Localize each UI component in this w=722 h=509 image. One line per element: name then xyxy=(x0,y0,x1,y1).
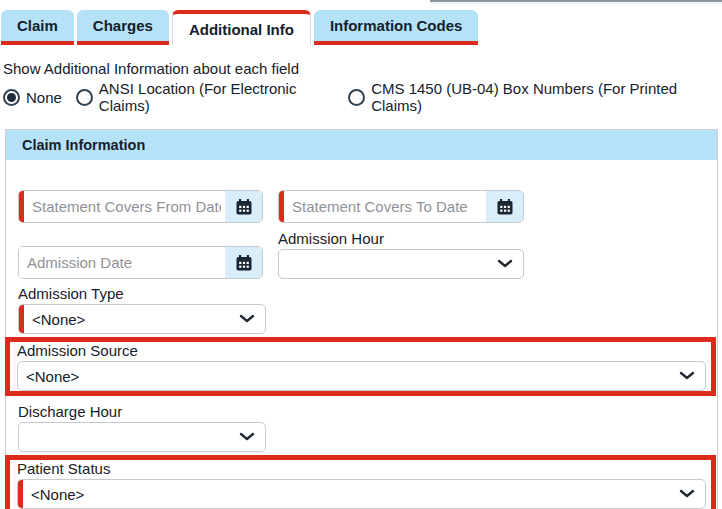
select-value: <None> xyxy=(18,368,679,385)
chevron-down-icon xyxy=(497,259,513,269)
radio-selected-icon[interactable] xyxy=(3,89,20,106)
radio-option-ansi-location[interactable]: ANSI Location (For Electronic Claims) xyxy=(76,80,334,114)
radio-option-label: CMS 1450 (UB-04) Box Numbers (For Printe… xyxy=(371,80,708,114)
radio-option-label: ANSI Location (For Electronic Claims) xyxy=(99,80,334,114)
header-edge-strip xyxy=(430,0,722,5)
statement-covers-from-date-input[interactable] xyxy=(24,191,225,222)
tab-additional-info[interactable]: Additional Info xyxy=(172,10,311,45)
admission-hour-label: Admission Hour xyxy=(278,230,524,247)
radio-group: None ANSI Location (For Electronic Claim… xyxy=(3,80,722,114)
admission-hour-select[interactable] xyxy=(278,249,524,279)
tab-information-codes[interactable]: Information Codes xyxy=(314,10,479,45)
chevron-down-icon xyxy=(239,314,255,324)
tab-bar: Claim Charges Additional Info Informatio… xyxy=(0,0,722,45)
admission-type-label: Admission Type xyxy=(18,285,266,302)
radio-option-label: None xyxy=(26,89,62,106)
patient-status-label: Patient Status xyxy=(17,460,711,477)
calendar-icon[interactable] xyxy=(486,191,523,222)
tab-claim[interactable]: Claim xyxy=(1,10,74,45)
select-value: <None> xyxy=(23,486,679,503)
chevron-down-icon xyxy=(679,371,695,381)
statement-covers-to-date-field xyxy=(278,190,524,223)
admission-date-field xyxy=(18,246,263,279)
panel-header: Claim Information xyxy=(6,130,717,160)
admission-type-select[interactable]: <None> xyxy=(18,304,266,334)
tab-charges[interactable]: Charges xyxy=(77,10,169,45)
panel-title: Claim Information xyxy=(22,137,145,153)
discharge-hour-select[interactable] xyxy=(18,422,266,452)
chevron-down-icon xyxy=(239,432,255,442)
admission-source-label: Admission Source xyxy=(17,342,711,359)
patient-status-select[interactable]: <None> xyxy=(17,479,706,509)
chevron-down-icon xyxy=(679,489,695,499)
radio-group-title: Show Additional Information about each f… xyxy=(3,60,722,78)
highlight-box-admission-source: Admission Source <None> xyxy=(5,337,716,396)
discharge-hour-label: Discharge Hour xyxy=(18,403,266,420)
claim-information-panel: Claim Information xyxy=(5,129,718,509)
radio-unselected-icon[interactable] xyxy=(348,89,365,106)
radio-unselected-icon[interactable] xyxy=(76,89,93,106)
admission-date-input[interactable] xyxy=(19,247,225,278)
select-value: <None> xyxy=(24,311,239,328)
admission-source-select[interactable]: <None> xyxy=(17,361,706,391)
calendar-icon[interactable] xyxy=(225,191,262,222)
radio-option-cms-1450[interactable]: CMS 1450 (UB-04) Box Numbers (For Printe… xyxy=(348,80,708,114)
calendar-icon[interactable] xyxy=(225,247,262,278)
statement-covers-from-date-field xyxy=(18,190,263,223)
radio-option-none[interactable]: None xyxy=(3,89,62,106)
highlight-box-patient-status: Patient Status <None> xyxy=(5,455,716,509)
statement-covers-to-date-input[interactable] xyxy=(284,191,486,222)
